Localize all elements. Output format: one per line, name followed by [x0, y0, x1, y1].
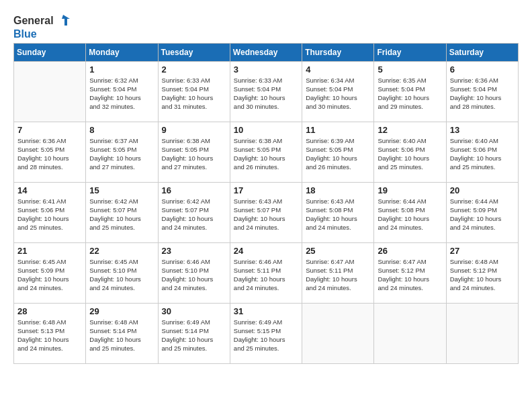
day-number: 25	[306, 246, 370, 256]
day-number: 11	[306, 125, 370, 135]
cell-info: Sunrise: 6:44 AM Sunset: 5:08 PM Dayligh…	[378, 197, 442, 232]
day-number: 24	[234, 246, 298, 256]
calendar-cell: 11Sunrise: 6:39 AM Sunset: 5:05 PM Dayli…	[302, 122, 374, 182]
calendar-cell: 27Sunrise: 6:48 AM Sunset: 5:12 PM Dayli…	[446, 242, 518, 303]
calendar-cell: 10Sunrise: 6:38 AM Sunset: 5:05 PM Dayli…	[230, 122, 302, 182]
cell-info: Sunrise: 6:44 AM Sunset: 5:09 PM Dayligh…	[450, 197, 515, 232]
calendar-cell: 31Sunrise: 6:49 AM Sunset: 5:15 PM Dayli…	[230, 303, 302, 363]
column-header-monday: Monday	[86, 43, 158, 61]
day-number: 27	[450, 246, 515, 256]
day-number: 12	[378, 125, 442, 135]
day-number: 10	[234, 125, 298, 135]
calendar-cell: 18Sunrise: 6:43 AM Sunset: 5:08 PM Dayli…	[302, 182, 374, 242]
cell-info: Sunrise: 6:46 AM Sunset: 5:10 PM Dayligh…	[162, 257, 226, 293]
day-number: 29	[89, 306, 154, 316]
calendar-cell: 13Sunrise: 6:40 AM Sunset: 5:06 PM Dayli…	[446, 122, 518, 182]
calendar-cell: 6Sunrise: 6:36 AM Sunset: 5:04 PM Daylig…	[446, 61, 518, 122]
day-number: 23	[162, 246, 226, 256]
day-number: 8	[89, 125, 154, 135]
calendar-cell: 1Sunrise: 6:32 AM Sunset: 5:04 PM Daylig…	[86, 61, 158, 122]
cell-info: Sunrise: 6:34 AM Sunset: 5:04 PM Dayligh…	[306, 76, 370, 111]
calendar-cell: 28Sunrise: 6:48 AM Sunset: 5:13 PM Dayli…	[14, 303, 86, 363]
day-number: 13	[450, 125, 515, 135]
column-header-wednesday: Wednesday	[230, 43, 302, 61]
day-number: 16	[162, 185, 226, 195]
cell-info: Sunrise: 6:48 AM Sunset: 5:12 PM Dayligh…	[450, 257, 515, 293]
calendar-cell: 29Sunrise: 6:48 AM Sunset: 5:14 PM Dayli…	[86, 303, 158, 363]
logo-blue: Blue	[13, 28, 37, 40]
cell-info: Sunrise: 6:42 AM Sunset: 5:07 PM Dayligh…	[89, 197, 154, 232]
day-number: 17	[234, 185, 298, 195]
day-number: 26	[378, 246, 442, 256]
cell-info: Sunrise: 6:48 AM Sunset: 5:13 PM Dayligh…	[17, 318, 82, 353]
logo-flag-icon	[55, 13, 70, 28]
day-number: 19	[378, 185, 442, 195]
calendar-cell: 19Sunrise: 6:44 AM Sunset: 5:08 PM Dayli…	[374, 182, 446, 242]
cell-info: Sunrise: 6:40 AM Sunset: 5:06 PM Dayligh…	[378, 136, 442, 172]
day-number: 21	[17, 246, 82, 256]
calendar-week-5: 28Sunrise: 6:48 AM Sunset: 5:13 PM Dayli…	[14, 303, 519, 363]
calendar-cell: 16Sunrise: 6:42 AM Sunset: 5:07 PM Dayli…	[158, 182, 230, 242]
cell-info: Sunrise: 6:43 AM Sunset: 5:08 PM Dayligh…	[306, 197, 370, 232]
cell-info: Sunrise: 6:40 AM Sunset: 5:06 PM Dayligh…	[450, 136, 515, 172]
day-number: 30	[162, 306, 226, 316]
day-number: 1	[89, 64, 154, 75]
calendar-table: SundayMondayTuesdayWednesdayThursdayFrid…	[13, 43, 519, 364]
day-number: 15	[89, 185, 154, 195]
cell-info: Sunrise: 6:47 AM Sunset: 5:12 PM Dayligh…	[378, 257, 442, 293]
day-number: 5	[378, 64, 442, 75]
calendar-cell: 26Sunrise: 6:47 AM Sunset: 5:12 PM Dayli…	[374, 242, 446, 303]
cell-info: Sunrise: 6:45 AM Sunset: 5:09 PM Dayligh…	[17, 257, 82, 293]
calendar-week-2: 7Sunrise: 6:36 AM Sunset: 5:05 PM Daylig…	[14, 122, 519, 182]
cell-info: Sunrise: 6:46 AM Sunset: 5:11 PM Dayligh…	[234, 257, 298, 293]
cell-info: Sunrise: 6:43 AM Sunset: 5:07 PM Dayligh…	[234, 197, 298, 232]
calendar-cell: 9Sunrise: 6:38 AM Sunset: 5:05 PM Daylig…	[158, 122, 230, 182]
logo: General Blue	[13, 13, 70, 40]
calendar-cell: 22Sunrise: 6:45 AM Sunset: 5:10 PM Dayli…	[86, 242, 158, 303]
calendar-cell: 7Sunrise: 6:36 AM Sunset: 5:05 PM Daylig…	[14, 122, 86, 182]
cell-info: Sunrise: 6:33 AM Sunset: 5:04 PM Dayligh…	[162, 76, 226, 111]
calendar-cell: 2Sunrise: 6:33 AM Sunset: 5:04 PM Daylig…	[158, 61, 230, 122]
cell-info: Sunrise: 6:38 AM Sunset: 5:05 PM Dayligh…	[162, 136, 226, 172]
calendar-cell	[14, 61, 86, 122]
calendar-week-4: 21Sunrise: 6:45 AM Sunset: 5:09 PM Dayli…	[14, 242, 519, 303]
day-number: 14	[17, 185, 82, 195]
cell-info: Sunrise: 6:49 AM Sunset: 5:15 PM Dayligh…	[234, 318, 298, 353]
calendar-cell: 20Sunrise: 6:44 AM Sunset: 5:09 PM Dayli…	[446, 182, 518, 242]
calendar-cell: 5Sunrise: 6:35 AM Sunset: 5:04 PM Daylig…	[374, 61, 446, 122]
day-number: 7	[17, 125, 82, 135]
calendar-cell: 21Sunrise: 6:45 AM Sunset: 5:09 PM Dayli…	[14, 242, 86, 303]
cell-info: Sunrise: 6:38 AM Sunset: 5:05 PM Dayligh…	[234, 136, 298, 172]
cell-info: Sunrise: 6:45 AM Sunset: 5:10 PM Dayligh…	[89, 257, 154, 293]
calendar-week-1: 1Sunrise: 6:32 AM Sunset: 5:04 PM Daylig…	[14, 61, 519, 122]
calendar-cell: 25Sunrise: 6:47 AM Sunset: 5:11 PM Dayli…	[302, 242, 374, 303]
calendar-cell	[374, 303, 446, 363]
calendar-cell: 8Sunrise: 6:37 AM Sunset: 5:05 PM Daylig…	[86, 122, 158, 182]
cell-info: Sunrise: 6:42 AM Sunset: 5:07 PM Dayligh…	[162, 197, 226, 232]
column-header-friday: Friday	[374, 43, 446, 61]
calendar-cell: 14Sunrise: 6:41 AM Sunset: 5:06 PM Dayli…	[14, 182, 86, 242]
cell-info: Sunrise: 6:32 AM Sunset: 5:04 PM Dayligh…	[89, 76, 154, 111]
calendar-cell: 30Sunrise: 6:49 AM Sunset: 5:14 PM Dayli…	[158, 303, 230, 363]
day-number: 2	[162, 64, 226, 75]
calendar-header-row: SundayMondayTuesdayWednesdayThursdayFrid…	[14, 43, 519, 61]
cell-info: Sunrise: 6:48 AM Sunset: 5:14 PM Dayligh…	[89, 318, 154, 353]
svg-marker-0	[62, 15, 70, 26]
day-number: 22	[89, 246, 154, 256]
calendar-cell: 4Sunrise: 6:34 AM Sunset: 5:04 PM Daylig…	[302, 61, 374, 122]
cell-info: Sunrise: 6:36 AM Sunset: 5:04 PM Dayligh…	[450, 76, 515, 111]
cell-info: Sunrise: 6:39 AM Sunset: 5:05 PM Dayligh…	[306, 136, 370, 172]
cell-info: Sunrise: 6:41 AM Sunset: 5:06 PM Dayligh…	[17, 197, 82, 232]
cell-info: Sunrise: 6:37 AM Sunset: 5:05 PM Dayligh…	[89, 136, 154, 172]
column-header-saturday: Saturday	[446, 43, 518, 61]
calendar-cell	[302, 303, 374, 363]
column-header-tuesday: Tuesday	[158, 43, 230, 61]
cell-info: Sunrise: 6:36 AM Sunset: 5:05 PM Dayligh…	[17, 136, 82, 172]
calendar-cell: 3Sunrise: 6:33 AM Sunset: 5:04 PM Daylig…	[230, 61, 302, 122]
calendar-cell	[446, 303, 518, 363]
cell-info: Sunrise: 6:35 AM Sunset: 5:04 PM Dayligh…	[378, 76, 442, 111]
cell-info: Sunrise: 6:47 AM Sunset: 5:11 PM Dayligh…	[306, 257, 370, 293]
calendar-week-3: 14Sunrise: 6:41 AM Sunset: 5:06 PM Dayli…	[14, 182, 519, 242]
day-number: 18	[306, 185, 370, 195]
day-number: 9	[162, 125, 226, 135]
